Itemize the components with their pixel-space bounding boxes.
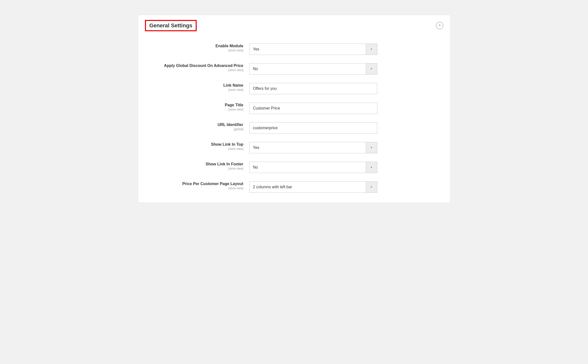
field-label: Show Link In Footer xyxy=(206,162,243,166)
select-value: No xyxy=(250,67,366,71)
field-label: URL Identifier xyxy=(218,123,243,127)
field-label: Price Per Customer Page Layout xyxy=(182,182,243,186)
row-apply-global-discount: Apply Global Discount On Advanced Price … xyxy=(145,63,443,75)
field-label: Apply Global Discount On Advanced Price xyxy=(164,63,243,68)
control: Yes xyxy=(249,142,377,153)
label-cell: Link Name [store view] xyxy=(145,83,243,92)
apply-global-discount-select[interactable]: No xyxy=(249,63,377,75)
label-cell: Show Link In Top [store view] xyxy=(145,142,243,151)
row-enable-module: Enable Module [store view] Yes xyxy=(145,44,443,55)
panel-header: General Settings xyxy=(145,20,443,31)
control: No xyxy=(249,162,377,173)
form-rows: Enable Module [store view] Yes Apply Glo… xyxy=(145,44,443,193)
show-link-footer-select[interactable]: No xyxy=(249,162,377,173)
label-cell: Page Title [store view] xyxy=(145,103,243,111)
select-value: Yes xyxy=(250,47,366,51)
control xyxy=(249,103,377,114)
field-label: Show Link In Top xyxy=(211,142,243,146)
label-cell: Enable Module [store view] xyxy=(145,44,243,52)
field-scope: [store view] xyxy=(145,187,243,190)
field-scope: [store view] xyxy=(145,108,243,111)
label-cell: Price Per Customer Page Layout [store vi… xyxy=(145,181,243,190)
row-url-identifier: URL Identifier [global] xyxy=(145,122,443,134)
select-arrow-icon xyxy=(366,142,377,153)
url-identifier-input[interactable] xyxy=(249,122,377,134)
field-scope: [global] xyxy=(145,127,243,131)
select-arrow-icon xyxy=(366,182,377,192)
row-page-title: Page Title [store view] xyxy=(145,103,443,114)
row-link-name: Link Name [store view] xyxy=(145,83,443,94)
field-scope: [store view] xyxy=(145,147,243,151)
select-arrow-icon xyxy=(366,44,377,55)
row-show-link-top: Show Link In Top [store view] Yes xyxy=(145,142,443,153)
field-scope: [store view] xyxy=(145,88,243,92)
field-scope: [store view] xyxy=(145,167,243,170)
control: 2 columns with left bar xyxy=(249,181,377,193)
row-show-link-footer: Show Link In Footer [store view] No xyxy=(145,162,443,173)
row-page-layout: Price Per Customer Page Layout [store vi… xyxy=(145,181,443,193)
label-cell: Show Link In Footer [store view] xyxy=(145,162,243,170)
show-link-top-select[interactable]: Yes xyxy=(249,142,377,153)
enable-module-select[interactable]: Yes xyxy=(249,44,377,55)
label-cell: URL Identifier [global] xyxy=(145,122,243,131)
collapse-button[interactable] xyxy=(436,22,443,29)
chevron-up-icon xyxy=(438,24,441,28)
control xyxy=(249,122,377,134)
field-label: Page Title xyxy=(225,103,243,107)
field-label: Enable Module xyxy=(216,44,243,48)
select-value: Yes xyxy=(250,145,366,150)
select-value: No xyxy=(250,165,366,170)
control xyxy=(249,83,377,94)
link-name-input[interactable] xyxy=(249,83,377,94)
select-value: 2 columns with left bar xyxy=(250,185,366,189)
field-scope: [store view] xyxy=(145,49,243,52)
section-title: General Settings xyxy=(145,20,197,31)
page-layout-select[interactable]: 2 columns with left bar xyxy=(249,181,377,193)
control: Yes xyxy=(249,44,377,55)
field-scope: [store view] xyxy=(145,68,243,72)
field-label: Link Name xyxy=(223,83,243,87)
page-title-input[interactable] xyxy=(249,103,377,114)
select-arrow-icon xyxy=(366,63,377,74)
label-cell: Apply Global Discount On Advanced Price … xyxy=(145,63,243,72)
control: No xyxy=(249,63,377,75)
select-arrow-icon xyxy=(366,162,377,173)
general-settings-panel: General Settings Enable Module [store vi… xyxy=(138,15,450,203)
